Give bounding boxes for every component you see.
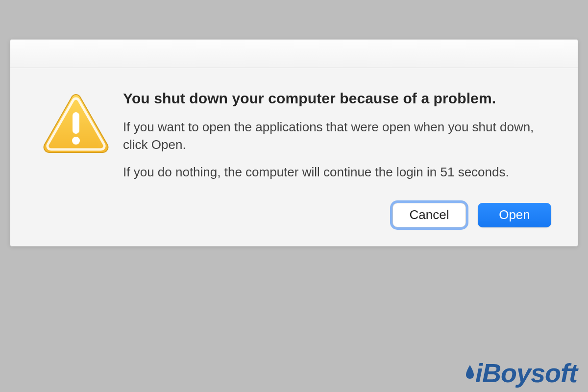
dialog-icon-column: [37, 89, 115, 155]
dialog-button-row: Cancel Open: [10, 201, 578, 246]
watermark-text: iBoysoft: [475, 360, 577, 386]
dialog-paragraph-1: If you want to open the applications tha…: [123, 119, 551, 154]
dialog-paragraph-2: If you do nothing, the computer will con…: [123, 164, 551, 181]
svg-point-1: [72, 137, 80, 145]
cancel-button[interactable]: Cancel: [392, 203, 466, 227]
warning-triangle-icon: [42, 92, 110, 155]
dialog-heading: You shut down your computer because of a…: [123, 89, 551, 108]
open-button[interactable]: Open: [478, 203, 551, 227]
dialog-body: You shut down your computer because of a…: [10, 68, 578, 201]
shutdown-problem-dialog: You shut down your computer because of a…: [10, 39, 578, 246]
watermark-logo: iBoysoft: [466, 360, 577, 386]
svg-rect-0: [73, 112, 79, 134]
dialog-titlebar: [10, 40, 578, 68]
droplet-icon: [466, 365, 474, 379]
dialog-text-column: You shut down your computer because of a…: [115, 89, 551, 191]
